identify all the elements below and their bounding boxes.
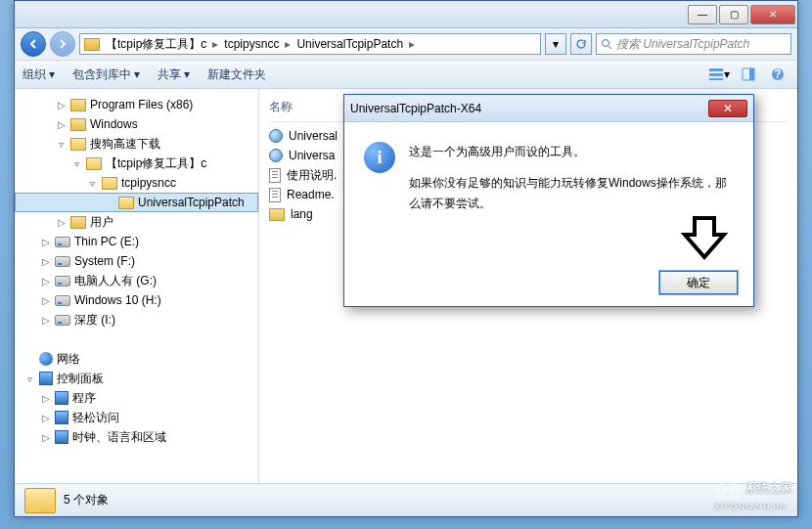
toolbar-newfolder[interactable]: 新建文件夹 [207, 66, 266, 83]
tree-toggle-icon[interactable]: ▿ [71, 158, 82, 169]
file-label: 使用说明. [287, 167, 337, 184]
tree-item[interactable]: ▷轻松访问 [15, 408, 258, 427]
drive-icon [55, 256, 70, 267]
tree-item[interactable]: ▷Windows [15, 114, 258, 134]
nav-tree[interactable]: ▷Program Files (x86)▷Windows▿搜狗高速下载▿【tcp… [15, 89, 259, 483]
folder-icon [70, 216, 86, 229]
refresh-button[interactable] [570, 33, 592, 55]
maximize-button[interactable]: ▢ [719, 5, 748, 24]
forward-button[interactable] [50, 31, 75, 57]
tree-label: 深度 (I:) [74, 312, 115, 329]
folder-icon [24, 488, 56, 513]
tree-item[interactable]: ▷System (F:) [15, 251, 258, 271]
breadcrumb-sep: ▸ [285, 37, 291, 51]
tree-item[interactable]: ▿搜狗高速下载 [15, 134, 258, 154]
toolbar-share[interactable]: 共享 ▾ [158, 66, 190, 83]
tree-toggle-icon[interactable]: ▷ [40, 413, 51, 423]
tree-toggle-icon[interactable]: ▷ [40, 276, 51, 287]
ok-button[interactable]: 确定 [659, 271, 738, 294]
minimize-button[interactable]: — [688, 5, 717, 24]
tree-toggle-icon[interactable]: ▷ [40, 432, 51, 443]
tree-item[interactable]: ▷Windows 10 (H:) [15, 290, 258, 310]
tree-toggle-icon [24, 354, 35, 365]
tree-toggle-icon[interactable]: ▷ [56, 100, 67, 110]
tree-toggle-icon[interactable]: ▷ [56, 119, 67, 130]
svg-line-1 [609, 46, 611, 49]
folder-open-icon [118, 197, 134, 209]
tree-label: Windows 10 (H:) [74, 293, 161, 307]
status-bar: 5 个对象 [15, 483, 797, 516]
breadcrumb[interactable]: tcpipysncc [224, 37, 279, 51]
tree-item[interactable]: 网络 [15, 349, 258, 369]
tree-item[interactable]: ▷用户 [15, 212, 258, 232]
tree-item[interactable]: ▷电脑人人有 (G:) [15, 271, 258, 290]
drive-icon [55, 295, 70, 306]
dialog-titlebar[interactable]: UniversalTcpipPatch-X64 ✕ [344, 95, 753, 122]
tree-item[interactable]: ▷程序 [15, 388, 258, 408]
tree-toggle-icon [24, 334, 35, 345]
tree-toggle-icon[interactable]: ▷ [56, 217, 67, 228]
svg-text:?: ? [774, 67, 781, 81]
breadcrumb[interactable]: 【tcpip修复工具】c [106, 36, 206, 53]
tree-toggle-icon[interactable]: ▷ [40, 315, 51, 326]
tree-label: Program Files (x86) [90, 98, 193, 111]
tree-item[interactable]: ▿【tcpip修复工具】c [15, 154, 258, 173]
drive-icon [55, 276, 70, 287]
toolbar-include[interactable]: 包含到库中 ▾ [72, 66, 140, 83]
tree-toggle-icon[interactable]: ▷ [40, 256, 51, 267]
back-button[interactable] [21, 31, 46, 57]
tree-item[interactable]: ▷深度 (I:) [15, 310, 258, 330]
preview-pane-button[interactable] [737, 65, 760, 84]
titlebar: — ▢ ✕ [15, 1, 797, 28]
tree-item[interactable]: UniversalTcpipPatch [15, 193, 258, 212]
tree-toggle-icon[interactable]: ▷ [40, 295, 51, 306]
tree-label: 网络 [57, 351, 80, 368]
tree-toggle-icon[interactable]: ▷ [40, 393, 51, 404]
svg-rect-3 [709, 73, 723, 76]
tree-toggle-icon[interactable]: ▿ [56, 139, 67, 150]
tree-toggle-icon[interactable]: ▿ [87, 178, 98, 189]
folder-icon [269, 208, 285, 221]
folder-open-icon [102, 177, 117, 190]
tree-toggle-icon[interactable]: ▿ [24, 374, 35, 384]
dialog-close-button[interactable]: ✕ [708, 100, 747, 117]
file-label: lang [291, 207, 313, 221]
tree-label: Windows [90, 117, 138, 131]
tree-label: 搜狗高速下载 [90, 136, 160, 153]
tree-label: 程序 [72, 390, 96, 407]
address-bar[interactable]: 【tcpip修复工具】c ▸ tcpipysncc ▸ UniversalTcp… [79, 33, 541, 55]
svg-point-0 [603, 40, 609, 47]
tree-item[interactable]: ▷Thin PC (E:) [15, 232, 258, 251]
info-icon: i [364, 142, 395, 173]
tree-item[interactable]: ▿控制面板 [15, 369, 258, 388]
breadcrumb[interactable]: UniversalTcpipPatch [296, 37, 403, 51]
svg-rect-4 [709, 78, 723, 80]
close-button[interactable]: ✕ [750, 5, 795, 24]
toolbar: 组织 ▾ 包含到库中 ▾ 共享 ▾ 新建文件夹 ▾ ? [15, 60, 797, 89]
tree-item[interactable]: ▷时钟、语言和区域 [15, 427, 258, 447]
search-icon [601, 38, 612, 50]
drive-icon [55, 315, 70, 326]
file-label: Readme. [287, 188, 335, 201]
folder-icon [84, 38, 100, 51]
tree-item[interactable]: ▿tcpipysncc [15, 173, 258, 193]
history-dropdown[interactable]: ▾ [545, 33, 566, 55]
tree-label: UniversalTcpipPatch [138, 196, 245, 209]
status-text: 5 个对象 [64, 492, 109, 508]
view-options-button[interactable]: ▾ [707, 65, 731, 84]
search-input[interactable]: 搜索 UniversalTcpipPatch [596, 33, 791, 55]
tree-item[interactable]: ▷Program Files (x86) [15, 95, 258, 114]
breadcrumb-sep: ▸ [409, 37, 415, 51]
tree-toggle-icon[interactable]: ▷ [40, 237, 51, 247]
folder-open-icon [70, 138, 86, 151]
net-icon [39, 352, 53, 366]
tree-label: Thin PC (E:) [74, 235, 139, 248]
cp-icon [39, 372, 53, 385]
html-icon [269, 149, 283, 162]
tree-label: 电脑人人有 (G:) [74, 273, 157, 289]
cp-icon [55, 430, 68, 444]
help-button[interactable]: ? [766, 65, 789, 84]
tree-item[interactable] [15, 330, 258, 349]
cp-icon [55, 391, 68, 405]
toolbar-organize[interactable]: 组织 ▾ [23, 66, 55, 83]
